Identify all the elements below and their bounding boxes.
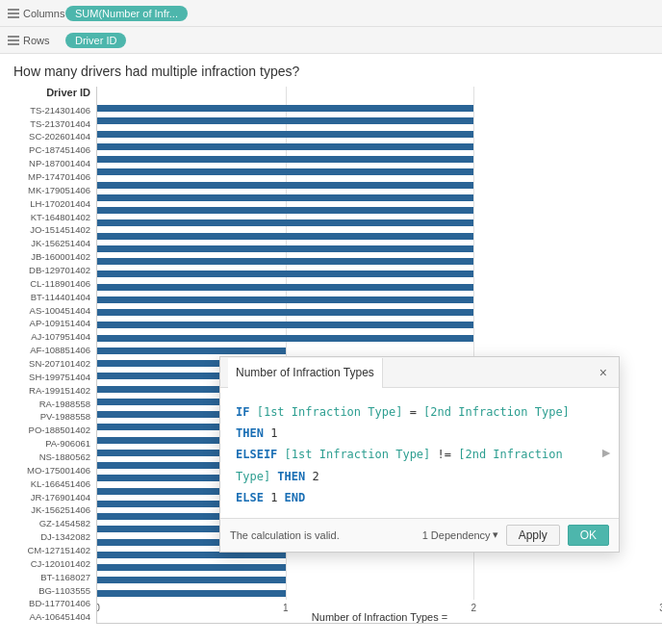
scroll-arrow: ► [599, 440, 613, 466]
bar-row [97, 141, 662, 153]
bar-row [97, 561, 662, 574]
y-label: LH-170201404 [30, 197, 90, 211]
calculation-modal[interactable]: Number of Infraction Types × IF [1st Inf… [219, 356, 620, 553]
bar-row [97, 574, 662, 586]
bar [97, 156, 473, 163]
bar [97, 143, 473, 150]
y-label: JO-151451402 [30, 223, 90, 237]
bar-row [97, 115, 662, 127]
y-label: JR-176901404 [31, 490, 90, 503]
dependency-button[interactable]: 1 Dependency ▾ [422, 528, 498, 541]
rows-icon [8, 36, 19, 45]
bar-row [97, 306, 662, 319]
y-label: PV-1988558 [40, 410, 90, 424]
apply-button[interactable]: Apply [506, 525, 560, 546]
bar-row [97, 192, 662, 204]
y-label: PO-188501402 [29, 424, 90, 437]
x-axis: 0123Number of Infraction Types = [97, 600, 662, 623]
modal-close-button[interactable]: × [596, 363, 611, 382]
y-label: CJ-120101402 [31, 557, 90, 571]
bar [97, 564, 286, 571]
y-label: PA-906061 [45, 437, 90, 451]
bar-row [97, 345, 662, 357]
y-label: NS-1880562 [39, 451, 90, 464]
y-label: AF-108851406 [30, 344, 90, 357]
y-label: AA-106451404 [30, 610, 90, 624]
rows-pill[interactable]: Driver ID [65, 33, 126, 48]
bar [97, 131, 473, 138]
y-label: TS-213701404 [30, 116, 90, 130]
bar [97, 194, 473, 201]
y-label: AJ-107951404 [31, 330, 90, 344]
y-label: DB-129701402 [29, 264, 90, 277]
y-label: TS-214301406 [30, 104, 90, 117]
bar-row [97, 102, 662, 115]
bar [97, 577, 286, 583]
bar [97, 348, 286, 354]
bar [97, 322, 473, 328]
bar-row [97, 255, 662, 268]
rows-shelf: Rows Driver ID [0, 27, 662, 54]
y-label: MK-179051406 [28, 184, 90, 197]
bar [97, 270, 473, 277]
chart-container: How many drivers had multiple infraction… [0, 54, 662, 644]
columns-shelf: Columns SUM(Number of Infr... [0, 0, 662, 27]
y-axis-header: Driver ID [46, 87, 90, 102]
y-label: CL-118901406 [30, 277, 90, 291]
y-label: SN-207101402 [29, 357, 90, 371]
bar [97, 117, 473, 124]
ok-button[interactable]: OK [568, 525, 609, 546]
bar-row [97, 281, 662, 294]
y-label: PC-187451406 [29, 143, 90, 157]
y-label: JB-160001402 [31, 250, 90, 264]
bar [97, 284, 473, 291]
code-line-3: ELSE 1 END [236, 487, 603, 508]
y-label: SC-202601404 [29, 130, 90, 143]
bar-row [97, 217, 662, 229]
y-label: MO-175001406 [27, 464, 90, 477]
bar [97, 233, 473, 240]
modal-tab[interactable]: Number of Infraction Types [228, 358, 383, 388]
bar-row [97, 179, 662, 192]
code-line-1: IF [1st Infraction Type] = [2nd Infracti… [236, 401, 603, 444]
y-label: AS-100451404 [30, 303, 90, 317]
bar-row [97, 153, 662, 166]
modal-footer: The calculation is valid. 1 Dependency ▾… [220, 518, 619, 552]
bar-row [97, 243, 662, 255]
bar-row [97, 268, 662, 280]
code-line-2: ELSEIF [1st Infraction Type] != [2nd Inf… [236, 444, 603, 486]
y-label: BT-1168027 [40, 571, 90, 584]
bar [97, 309, 473, 316]
y-label: DJ-1342082 [40, 530, 90, 544]
y-label: SH-199751404 [29, 371, 90, 384]
bar-row [97, 587, 662, 600]
bar-row [97, 294, 662, 306]
y-label: MP-174701406 [28, 170, 90, 184]
y-label: BD-117701406 [29, 597, 90, 610]
modal-header: Number of Infraction Types × [220, 357, 619, 388]
valid-message: The calculation is valid. [230, 529, 415, 541]
chart-title: How many drivers had multiple infraction… [13, 64, 662, 79]
bar-row [97, 128, 662, 141]
y-label: BT-114401404 [31, 291, 90, 304]
bar [97, 296, 473, 303]
x-axis-label: Number of Infraction Types = [97, 611, 662, 623]
rows-label: Rows [8, 35, 65, 46]
y-label: NP-187001404 [29, 157, 90, 170]
bar [97, 207, 473, 214]
y-label: RA-199151402 [29, 384, 90, 398]
y-label: BG-1103555 [38, 583, 90, 597]
y-label: AP-109151404 [30, 317, 90, 330]
bar-row [97, 230, 662, 243]
bar [97, 105, 473, 112]
bar [97, 590, 286, 597]
bar-row [97, 166, 662, 178]
y-label: RA-1988558 [39, 397, 90, 410]
y-label: JK-156251406 [31, 503, 90, 517]
bar [97, 245, 473, 252]
columns-pill[interactable]: SUM(Number of Infr... [65, 6, 188, 21]
bar [97, 182, 473, 189]
y-label: GZ-1454582 [39, 517, 90, 530]
bar [97, 219, 473, 226]
modal-body: IF [1st Infraction Type] = [2nd Infracti… [220, 388, 619, 518]
